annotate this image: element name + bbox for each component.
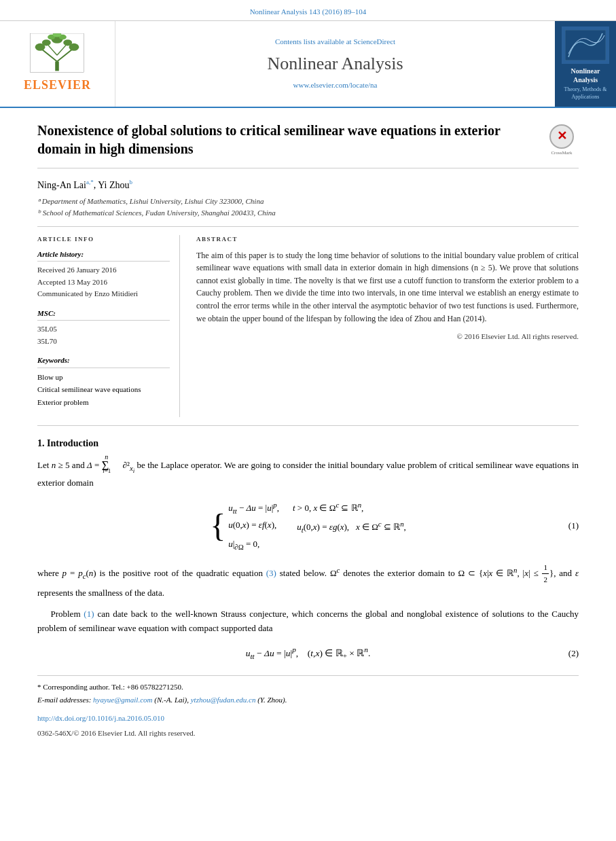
abstract-copyright: © 2016 Elsevier Ltd. All rights reserved… <box>196 332 579 342</box>
msc-content: 35L05 35L70 <box>37 323 170 347</box>
affil-a: ᵃ Department of Mathematics, Lishui Univ… <box>37 196 579 208</box>
svg-line-4 <box>57 45 67 56</box>
history-label: Article history: <box>37 249 170 262</box>
received-date: Received 26 January 2016 <box>37 264 170 276</box>
svg-rect-14 <box>565 30 606 60</box>
authors-line: Ning-An Laia,*, Yi Zhoub <box>37 178 579 192</box>
article-body: ARTICLE INFO Article history: Received 2… <box>37 226 579 426</box>
doi-link[interactable]: http://dx.doi.org/10.1016/j.na.2016.05.0… <box>37 712 579 725</box>
keyword1: Blow up <box>37 371 170 384</box>
elsevier-tree-icon <box>26 33 88 74</box>
paper-title-section: Nonexistence of global solutions to crit… <box>37 122 579 168</box>
history-content: Received 26 January 2016 Accepted 13 May… <box>37 264 170 300</box>
elsevier-logo-section: ELSEVIER <box>0 21 115 106</box>
svg-line-1 <box>41 49 57 61</box>
main-content: Nonexistence of global solutions to crit… <box>0 108 616 754</box>
msc2: 35L70 <box>37 336 170 348</box>
journal-ref-link[interactable]: Nonlinear Analysis 143 (2016) 89–104 <box>250 7 367 16</box>
msc1: 35L05 <box>37 323 170 336</box>
journal-header: ELSEVIER Contents lists available at Sci… <box>0 21 616 107</box>
keywords-label: Keywords: <box>37 355 170 368</box>
top-bar: Nonlinear Analysis 143 (2016) 89–104 <box>0 0 616 21</box>
footnotes-section: * Corresponding author. Tel.: +86 057822… <box>37 675 579 740</box>
authors-section: Ning-An Laia,*, Yi Zhoub ᵃ Department of… <box>37 178 579 219</box>
keyword2: Critical semilinear wave equations <box>37 383 170 396</box>
article-info-title: ARTICLE INFO <box>37 235 170 244</box>
paper-title: Nonexistence of global solutions to crit… <box>37 122 538 158</box>
affil-b: ᵇ School of Mathematical Sciences, Fudan… <box>37 207 579 219</box>
keyword3: Exterior problem <box>37 396 170 409</box>
journal-center-info: Contents lists available at ScienceDirec… <box>115 21 555 106</box>
equation-1-lines: utt − Δu = |u|p, t > 0, x ∈ Ωc ⊆ ℝn, u(0… <box>228 500 406 552</box>
intro-para1: Let n ≥ 5 and Δ = Σni=1 ∂²xi be the Lapl… <box>37 457 579 490</box>
contents-line: Contents lists available at ScienceDirec… <box>275 37 395 47</box>
footnote-star: * Corresponding author. Tel.: +86 057822… <box>37 681 579 694</box>
sciencedirect-link[interactable]: ScienceDirect <box>353 37 395 46</box>
email1-note: (N.-A. Lai), <box>154 696 189 704</box>
eq1-line2: u(0,x) = εf(x), ut(0,x) = εg(x), x ∈ Ωc … <box>228 519 406 535</box>
communicated-by: Communicated by Enzo Mitidieri <box>37 288 170 300</box>
section-name: Introduction <box>47 438 98 448</box>
author1-name: Ning-An Lai <box>37 179 86 190</box>
crossmark-badge: ✕ CrossMark <box>545 124 579 157</box>
svg-line-2 <box>57 49 73 61</box>
section-number: 1. <box>37 438 45 448</box>
equation-2-block: utt − Δu = |u|p, (t,x) ∈ ℝ+ × ℝn. (2) <box>37 645 579 662</box>
abstract-text: The aim of this paper is to study the lo… <box>196 249 579 325</box>
bottom-copyright: 0362-546X/© 2016 Elsevier Ltd. All right… <box>37 727 579 740</box>
equation-1-block: { utt − Δu = |u|p, t > 0, x ∈ Ωc ⊆ ℝn, u… <box>37 500 579 552</box>
svg-point-7 <box>42 40 51 46</box>
svg-point-8 <box>64 40 73 46</box>
email2-note: (Y. Zhou). <box>257 696 287 704</box>
eq1-number: (1) <box>568 520 579 532</box>
equation-2-content: utt − Δu = |u|p, (t,x) ∈ ℝ+ × ℝn. <box>246 645 371 662</box>
elsevier-wordmark: ELSEVIER <box>24 77 91 94</box>
author2-name: Yi Zhou <box>98 179 129 190</box>
crossmark-label: CrossMark <box>551 150 572 157</box>
author2-sup[interactable]: b <box>129 179 132 185</box>
journal-cover: NonlinearAnalysis Theory, Methods & Appl… <box>555 21 616 106</box>
page: Nonlinear Analysis 143 (2016) 89–104 <box>0 0 616 841</box>
abstract-title: ABSTRACT <box>196 235 579 244</box>
accepted-date: Accepted 13 May 2016 <box>37 276 170 289</box>
svg-line-3 <box>48 45 58 56</box>
msc-block: MSC: 35L05 35L70 <box>37 308 170 348</box>
cover-title: NonlinearAnalysis <box>571 67 600 84</box>
cover-graphic-icon <box>565 30 606 60</box>
elsevier-logo: ELSEVIER <box>24 33 91 94</box>
cover-subtitle: Theory, Methods & Applications <box>559 86 612 101</box>
section-title-intro: 1. Introduction <box>37 437 579 450</box>
email-label: E-mail addresses: <box>37 696 91 704</box>
keywords-block: Keywords: Blow up Critical semilinear wa… <box>37 355 170 408</box>
intro-para3: Problem (1) can date back to the well-kn… <box>37 607 579 636</box>
affiliations: ᵃ Department of Mathematics, Lishui Univ… <box>37 196 579 219</box>
equation-1-cases: { utt − Δu = |u|p, t > 0, x ∈ Ωc ⊆ ℝn, u… <box>210 500 406 552</box>
crossmark-icon: ✕ <box>549 124 574 149</box>
journal-title: Nonlinear Analysis <box>267 52 403 76</box>
footnote-emails: E-mail addresses: hyayue@gmail.com (N.-A… <box>37 694 579 706</box>
history-block: Article history: Received 26 January 201… <box>37 249 170 300</box>
msc-label: MSC: <box>37 308 170 321</box>
introduction-section: 1. Introduction Let n ≥ 5 and Δ = Σni=1 … <box>37 437 579 662</box>
doi-anchor[interactable]: http://dx.doi.org/10.1016/j.na.2016.05.0… <box>37 714 164 722</box>
svg-rect-0 <box>56 62 60 71</box>
journal-url: www.elsevier.com/locate/na <box>293 80 378 90</box>
left-brace-icon: { <box>210 509 225 542</box>
eq1-line1: utt − Δu = |u|p, t > 0, x ∈ Ωc ⊆ ℝn, <box>228 500 406 516</box>
eq1-line3: u|∂Ω = 0, <box>228 538 406 552</box>
eq1-ref-link[interactable]: (1) <box>84 609 94 619</box>
eq3-ref-link[interactable]: (3) <box>266 568 276 578</box>
email1-link[interactable]: hyayue@gmail.com <box>93 696 152 704</box>
intro-para2: where p = pc(n) is the positive root of … <box>37 562 579 601</box>
email2-link[interactable]: ytzhou@fudan.edu.cn <box>191 696 256 704</box>
article-info-column: ARTICLE INFO Article history: Received 2… <box>37 235 180 417</box>
author1-sup[interactable]: a,* <box>86 179 94 185</box>
abstract-column: ABSTRACT The aim of this paper is to stu… <box>194 235 579 417</box>
contents-text: Contents lists available at <box>275 37 352 46</box>
eq2-number: (2) <box>568 647 579 660</box>
